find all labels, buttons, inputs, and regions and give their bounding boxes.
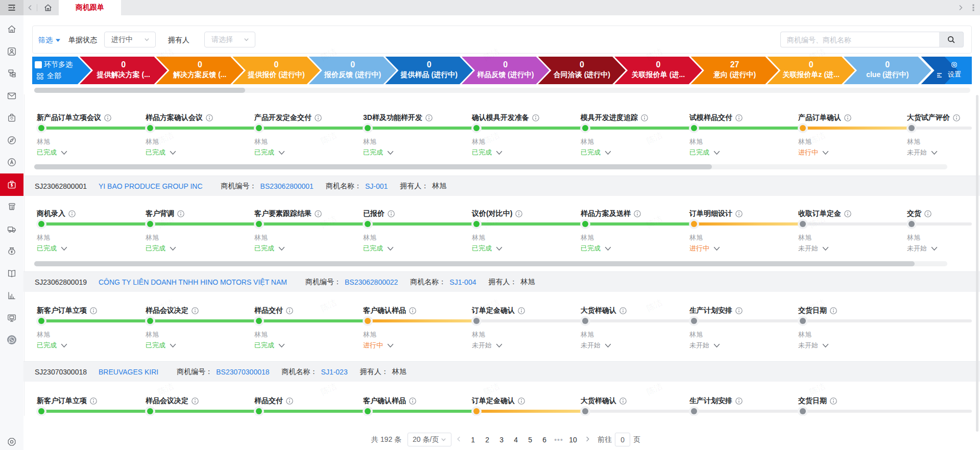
sidebar-item-monitor[interactable]: [0, 307, 23, 329]
opportunity-name-link[interactable]: SJ1-023: [321, 368, 348, 376]
stage-status-select[interactable]: 已完成: [37, 148, 67, 157]
sidebar-item-money-bag[interactable]: [0, 240, 23, 262]
info-icon[interactable]: [830, 307, 837, 314]
stage-status-select[interactable]: 未开始: [472, 341, 503, 350]
stage-status-select[interactable]: 进行中: [798, 148, 829, 157]
pagination-page-6[interactable]: 6: [537, 436, 552, 444]
stage-status-select[interactable]: 已完成: [363, 148, 394, 157]
stage-status-select[interactable]: 进行中: [689, 244, 720, 253]
sidebar-item-compass[interactable]: [0, 129, 23, 152]
info-icon[interactable]: [68, 210, 76, 217]
pagination-prev[interactable]: [451, 436, 466, 444]
scrollbar-thumb[interactable]: [34, 261, 915, 266]
sidebar-item-truck[interactable]: [0, 218, 23, 240]
info-icon[interactable]: [735, 114, 743, 121]
stage-status-select[interactable]: 已完成: [363, 244, 394, 253]
pagination-page-10[interactable]: 10: [566, 436, 580, 444]
sidebar-item-home[interactable]: [0, 18, 23, 40]
stage-row-scrollbar[interactable]: [34, 261, 947, 266]
tab-back-button[interactable]: [23, 4, 37, 12]
info-icon[interactable]: [619, 307, 627, 314]
info-icon[interactable]: [830, 397, 837, 405]
pagination-page-2[interactable]: 2: [480, 436, 494, 444]
opportunity-company-link[interactable]: YI BAO PRODUCE GROUP INC: [99, 182, 203, 190]
info-icon[interactable]: [206, 114, 213, 121]
pagination-page-4[interactable]: 4: [509, 436, 523, 444]
pipeline-stage-2[interactable]: 0解决方案反馈 (...: [156, 57, 244, 84]
sidebar-item-bar-chart[interactable]: [0, 284, 23, 307]
opportunity-no-link[interactable]: BS23062800022: [345, 278, 398, 286]
opportunity-name-link[interactable]: SJ-001: [365, 182, 388, 190]
pipeline-stage-6[interactable]: 0样品反馈 (进行中): [462, 57, 549, 84]
info-icon[interactable]: [641, 114, 648, 121]
filter-toggle[interactable]: 筛选: [38, 36, 61, 45]
stage-status-select[interactable]: 已完成: [689, 148, 720, 157]
stage-status-select[interactable]: 已完成: [581, 244, 611, 253]
info-icon[interactable]: [924, 210, 931, 217]
info-icon[interactable]: [192, 307, 199, 314]
info-icon[interactable]: [425, 114, 433, 121]
tab-forward-button[interactable]: [957, 4, 965, 12]
stage-multi-checkbox[interactable]: [35, 61, 42, 68]
owner-select[interactable]: 请选择: [204, 32, 255, 47]
pagination-page-5[interactable]: 5: [523, 436, 537, 444]
sidebar-item-a-circle[interactable]: [0, 151, 23, 173]
search-input[interactable]: [780, 32, 939, 47]
stage-status-select[interactable]: 已完成: [254, 341, 285, 350]
sidebar-item-user[interactable]: [0, 40, 23, 63]
pipeline-stage-9[interactable]: 27意向 (进行中): [691, 57, 779, 84]
sidebar-item-receipt[interactable]: [0, 195, 23, 218]
scrollbar-thumb[interactable]: [34, 164, 712, 169]
stage-status-select[interactable]: 未开始: [798, 244, 829, 253]
info-icon[interactable]: [388, 210, 395, 217]
stage-status-select[interactable]: 未开始: [907, 148, 938, 157]
opportunity-company-link[interactable]: BREUVAGES KIRI: [99, 368, 158, 376]
info-icon[interactable]: [90, 397, 97, 405]
info-icon[interactable]: [844, 114, 851, 121]
pipeline-stage-1[interactable]: 0提供解决方案 (...: [80, 57, 168, 84]
stage-status-select[interactable]: 已完成: [37, 244, 67, 253]
pipeline-stage-7[interactable]: 0合同洽谈 (进行中): [538, 57, 626, 84]
collapse-menu-button[interactable]: [0, 0, 23, 15]
info-icon[interactable]: [735, 397, 743, 405]
sidebar-item-shopping-bag[interactable]: [0, 107, 23, 129]
status-select[interactable]: 进行中: [104, 32, 156, 47]
stage-status-select[interactable]: 未开始: [907, 244, 938, 253]
opportunity-no-link[interactable]: BS23062800001: [260, 182, 314, 190]
pipeline-stage-5[interactable]: 0提供样品 (进行中): [385, 57, 473, 84]
stage-status-select[interactable]: 已完成: [472, 148, 503, 157]
stage-status-select[interactable]: 未开始: [581, 341, 611, 350]
sidebar-item-settings[interactable]: [0, 432, 23, 450]
pagination-goto-input[interactable]: [615, 433, 630, 446]
pipeline-stage-all[interactable]: 环节多选全部: [32, 57, 91, 84]
stage-status-select[interactable]: 已完成: [146, 244, 176, 253]
stage-status-select[interactable]: 未开始: [798, 341, 829, 350]
sidebar-item-briefcase-dollar[interactable]: [0, 173, 23, 196]
tab-home-button[interactable]: [37, 3, 59, 12]
sidebar-item-whatsapp[interactable]: [0, 329, 23, 351]
stage-status-select[interactable]: 进行中: [363, 341, 394, 350]
pipeline-stage-4[interactable]: 0报价反馈 (进行中): [309, 57, 397, 84]
stage-status-select[interactable]: 已完成: [581, 148, 611, 157]
stage-status-select[interactable]: 未开始: [689, 341, 720, 350]
info-icon[interactable]: [409, 307, 416, 314]
info-icon[interactable]: [286, 307, 293, 314]
opportunity-name-link[interactable]: SJ1-004: [449, 278, 476, 286]
info-icon[interactable]: [315, 114, 322, 121]
info-icon[interactable]: [409, 397, 416, 405]
info-icon[interactable]: [515, 210, 522, 217]
vertical-scrollbar-thumb[interactable]: [976, 95, 978, 432]
tab-more-button[interactable]: [970, 4, 977, 12]
opportunity-no-link[interactable]: BS23070300018: [216, 368, 269, 376]
stage-status-select[interactable]: 已完成: [254, 244, 285, 253]
info-icon[interactable]: [286, 397, 293, 405]
pagination-page-1[interactable]: 1: [466, 436, 480, 444]
info-icon[interactable]: [735, 210, 743, 217]
pipeline-stage-8[interactable]: 0关联报价单 (进...: [614, 57, 702, 84]
info-icon[interactable]: [315, 210, 322, 217]
stage-row-scrollbar[interactable]: [34, 164, 947, 169]
scrollbar-thumb[interactable]: [34, 88, 245, 93]
tab-business-follow[interactable]: 商机跟单: [59, 0, 121, 15]
stage-status-select[interactable]: 已完成: [146, 341, 176, 350]
pagination-next[interactable]: [580, 436, 594, 444]
